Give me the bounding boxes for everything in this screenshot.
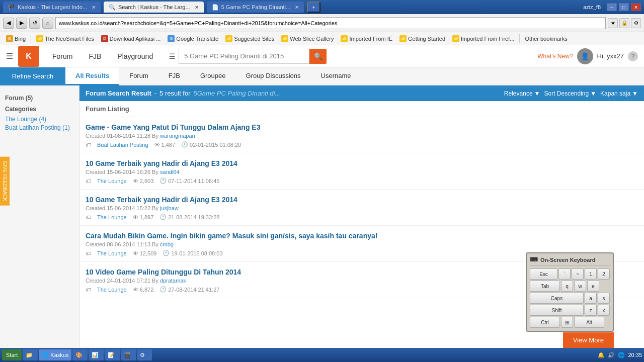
backtick-key[interactable]: ` — [558, 268, 571, 280]
bookmark-neosmart[interactable]: 📁 The NeoSmart Files — [33, 34, 97, 43]
result-title-2[interactable]: 10 Game Terbaik yang Hadir di Ajang E3 2… — [86, 196, 638, 204]
tab-all-results[interactable]: All Results — [65, 67, 119, 85]
whats-new-link[interactable]: What's New? — [537, 53, 573, 60]
taskbar-item-3[interactable]: 📝 — [105, 349, 120, 360]
search-container: ☰ 🔍 — [169, 49, 537, 64]
search-button[interactable]: 🔍 — [309, 49, 327, 64]
relevance-sort[interactable]: Relevance ▼ — [504, 90, 540, 97]
start-button[interactable]: Start — [2, 349, 22, 360]
result-author-3[interactable]: cmbg — [160, 241, 174, 247]
taskbar-ps[interactable]: 🎨 — [72, 349, 88, 360]
windows-key[interactable]: ⊞ — [561, 317, 573, 328]
refine-search-button[interactable]: Refine Search — [0, 67, 65, 85]
user-name[interactable]: Hi, yxx27 — [597, 52, 624, 60]
kaskus-logo[interactable]: K — [18, 46, 39, 67]
taskbar-item-4[interactable]: 🎬 — [121, 349, 136, 360]
category-lounge[interactable]: The Lounge (4) — [5, 116, 74, 123]
taskbar-browser[interactable]: 🌐 Kaskus — [39, 349, 71, 360]
bookmark-webslice[interactable]: 📁 Web Slice Gallery — [278, 34, 337, 43]
fjb-nav-link[interactable]: FJB — [80, 45, 109, 67]
result-author-1[interactable]: sandi64 — [160, 169, 180, 175]
bookmark-label: Imported From Firef... — [461, 36, 514, 42]
bookmark-suggested[interactable]: 📁 Suggested Sites — [222, 34, 277, 43]
new-tab-button[interactable]: + — [307, 2, 320, 13]
result-tag-4[interactable]: The Lounge — [97, 287, 127, 293]
alt-key[interactable]: Alt — [574, 317, 604, 328]
browser-tab-1[interactable]: 🏴 Kaskus - The Largest Indo... ✕ — [3, 2, 101, 13]
maximize-button[interactable]: □ — [619, 3, 629, 11]
result-title-3[interactable]: Cara Mudah Bikin Game. Ingin bikin game?… — [86, 232, 638, 240]
key-w[interactable]: w — [574, 281, 586, 292]
key-e[interactable]: e — [587, 281, 599, 292]
on-screen-keyboard: ⌨ On-Screen Keyboard Esc ` ~ 1 2 Tab q w… — [526, 252, 614, 332]
tab-username[interactable]: Username — [311, 67, 361, 85]
settings-icon[interactable]: ⚙ — [631, 18, 641, 28]
tab-bar[interactable]: 🏴 Kaskus - The Largest Indo... ✕ 🔍 Searc… — [3, 2, 320, 13]
feedback-button[interactable]: GIVE FEEDBACK — [0, 157, 10, 206]
caps-key[interactable]: Caps — [530, 293, 584, 304]
bookmark-translate[interactable]: G Google Translate — [165, 34, 221, 43]
result-author-4[interactable]: dpratamak — [160, 278, 186, 284]
category-latihan[interactable]: Buat Latihan Posting (1) — [5, 124, 74, 131]
bookmark-getting-started[interactable]: 📁 Getting Started — [396, 34, 448, 43]
bookmark-download[interactable]: D Download Aplikasi ... — [98, 34, 164, 43]
result-tag-2[interactable]: The Lounge — [97, 214, 127, 220]
back-button[interactable]: ◀ — [3, 18, 14, 29]
result-title-0[interactable]: Game - Game Yang Patut Di Tunggu Dalam A… — [86, 123, 638, 131]
view-more-button[interactable]: View More — [563, 332, 614, 348]
tab-favicon: 📄 — [212, 4, 219, 11]
help-button[interactable]: ? — [628, 51, 638, 61]
search-input[interactable] — [179, 49, 309, 64]
tab-close-2[interactable]: ✕ — [195, 5, 199, 10]
result-tag-1[interactable]: The Lounge — [97, 178, 127, 184]
tab-key[interactable]: Tab — [530, 281, 560, 292]
user-avatar[interactable]: 👤 — [577, 48, 593, 64]
taskbar-explorer[interactable]: 📁 — [23, 349, 38, 360]
browser-tab-3[interactable]: 📄 5 Game PC Paling Dinanti... ✕ — [207, 2, 304, 13]
key-x[interactable]: x — [598, 305, 610, 316]
browser-tab-2[interactable]: 🔍 Search | Kaskus - The Larg... ✕ — [104, 2, 204, 13]
refresh-button[interactable]: ↺ — [29, 18, 40, 29]
search-menu-icon[interactable]: ☰ — [169, 52, 176, 60]
result-tag-0[interactable]: Buat Latihan Posting — [97, 142, 148, 148]
taskbar-item-5[interactable]: ⚙ — [137, 349, 152, 360]
close-button[interactable]: ✕ — [631, 3, 641, 11]
key-2[interactable]: 2 — [598, 268, 610, 280]
taskbar-ae[interactable]: 📊 — [89, 349, 104, 360]
time-sort[interactable]: Kapan saja ▼ — [600, 90, 638, 97]
tab-groupee[interactable]: Groupee — [190, 67, 236, 85]
playground-nav-link[interactable]: Playground — [109, 45, 161, 67]
result-title-1[interactable]: 10 Game Terbaik yang Hadir di Ajang E3 2… — [86, 159, 638, 167]
tab-close-1[interactable]: ✕ — [92, 5, 96, 10]
eye-icon: 👁 — [133, 178, 138, 184]
tab-group-discussions[interactable]: Group Discussions — [235, 67, 310, 85]
forward-button[interactable]: ▶ — [16, 18, 27, 29]
result-tag-3[interactable]: The Lounge — [97, 250, 127, 256]
bookmark-bing[interactable]: B Bing — [3, 34, 29, 43]
favorites-icon[interactable]: ★ — [608, 18, 618, 28]
esc-key[interactable]: Esc — [530, 268, 557, 280]
security-icon[interactable]: 🔒 — [619, 18, 629, 28]
forum-nav-link[interactable]: Forum — [44, 45, 80, 67]
order-sort[interactable]: Sort Descending ▼ — [544, 90, 596, 97]
minimize-button[interactable]: – — [607, 3, 617, 11]
shift-key[interactable]: Shift — [530, 305, 584, 316]
tab-close-3[interactable]: ✕ — [295, 5, 299, 10]
key-a[interactable]: a — [585, 293, 597, 304]
bookmark-imported-firefox[interactable]: 📁 Imported From Firef... — [449, 34, 517, 43]
home-button[interactable]: ⌂ — [42, 18, 53, 29]
bookmark-other[interactable]: Other bookmarks — [522, 35, 570, 43]
result-author-0[interactable]: warungmapan — [160, 133, 195, 139]
address-input[interactable] — [55, 17, 606, 29]
result-author-2[interactable]: jusjbaw — [160, 205, 179, 211]
tilde-key[interactable]: ~ — [572, 268, 584, 280]
key-1[interactable]: 1 — [585, 268, 597, 280]
tab-fjb[interactable]: FJB — [158, 67, 190, 85]
bookmark-imported-ie[interactable]: 📁 Imported From IE — [338, 34, 395, 43]
key-s[interactable]: s — [598, 293, 610, 304]
key-q[interactable]: q — [561, 281, 573, 292]
hamburger-menu[interactable]: ☰ — [6, 51, 13, 61]
ctrl-key[interactable]: Ctrl — [530, 317, 560, 328]
tab-forum[interactable]: Forum — [119, 67, 158, 85]
key-z[interactable]: z — [585, 305, 597, 316]
